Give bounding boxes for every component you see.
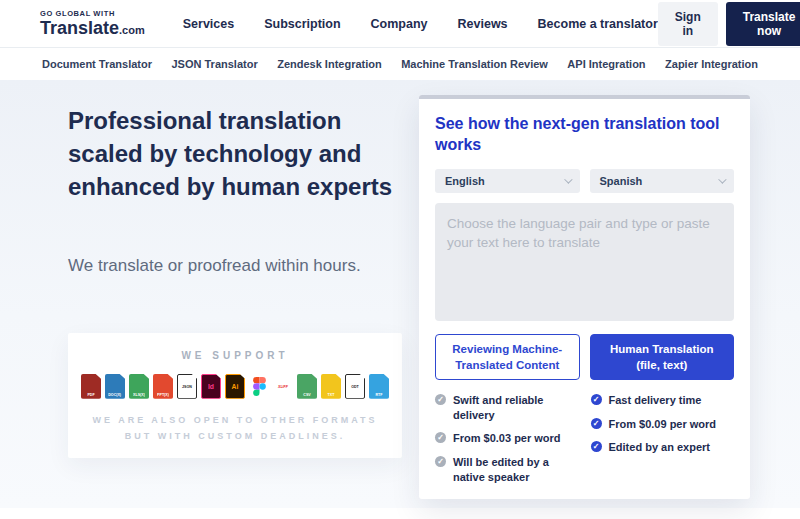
sign-in-button[interactable]: Sign in: [658, 2, 718, 46]
header-actions: Sign in Translate now: [658, 2, 800, 46]
figma-logo: [253, 377, 266, 396]
format-icon-rtf: RTF: [369, 374, 389, 399]
check-icon: ✓: [435, 394, 446, 405]
feature-text: From $0.03 per word: [453, 431, 561, 446]
feature-item: ✓Fast delivery time: [591, 393, 735, 408]
subnav-item-api-integration[interactable]: API Integration: [567, 58, 645, 70]
format-label: TXT: [325, 393, 337, 397]
main-nav: Services Subscription Company Reviews Be…: [183, 17, 658, 31]
target-language-value: Spanish: [600, 175, 643, 187]
tool-title: See how the next-gen translation tool wo…: [435, 114, 734, 156]
supported-formats-title: WE SUPPORT: [80, 350, 390, 361]
format-icon-figma: [249, 374, 269, 399]
format-icon-xlsx: XLS(X): [129, 374, 149, 399]
format-label: CSV: [301, 393, 313, 397]
subnav-item-zendesk-integration[interactable]: Zendesk Integration: [277, 58, 382, 70]
feature-text: Swift and reliable delivery: [453, 393, 579, 423]
format-icon-illustrator: Ai: [225, 374, 245, 399]
human-feature-list: ✓Fast delivery time ✓From $0.09 per word…: [591, 393, 735, 485]
check-icon: ✓: [435, 456, 446, 467]
nav-item-subscription[interactable]: Subscription: [264, 17, 340, 31]
feature-item: ✓Swift and reliable delivery: [435, 393, 579, 423]
check-icon: ✓: [591, 418, 602, 429]
feature-text: From $0.09 per word: [609, 417, 717, 432]
feature-item: ✓Will be edited by a native speaker: [435, 455, 579, 485]
format-label: Ai: [227, 383, 242, 391]
cta-row: Reviewing Machine-Translated Content Hum…: [435, 334, 734, 380]
format-icon-xliff: XLIFF: [273, 374, 293, 399]
source-language-select[interactable]: English: [435, 169, 580, 193]
format-icon-indesign: Id: [201, 374, 221, 399]
format-label: PDF: [85, 393, 97, 397]
subnav-item-zapier-integration[interactable]: Zapier Integration: [665, 58, 758, 70]
format-icon-docx: DOC(X): [105, 374, 125, 399]
check-icon: ✓: [591, 441, 602, 452]
format-label: PPT(X): [157, 393, 169, 397]
page-title: Professional translation scaled by techn…: [68, 105, 404, 204]
format-icon-csv: CSV: [297, 374, 317, 399]
header: GO GLOBAL WITH Translate.com Services Su…: [0, 0, 800, 47]
subnav-item-json-translator[interactable]: JSON Translator: [172, 58, 258, 70]
feature-item: ✓Edited by an expert: [591, 440, 735, 455]
feature-text: Fast delivery time: [609, 393, 702, 408]
format-icon-json: JSON: [177, 374, 197, 399]
format-icons-row: PDF DOC(X) XLS(X) PPT(X) JSON Id Ai: [80, 374, 390, 399]
nav-item-reviews[interactable]: Reviews: [458, 17, 508, 31]
hero-section: Professional translation scaled by techn…: [0, 80, 800, 508]
format-icon-txt: TXT: [321, 374, 341, 399]
source-language-value: English: [445, 175, 485, 187]
source-text-input[interactable]: [435, 203, 734, 321]
supported-formats-panel: WE SUPPORT PDF DOC(X) XLS(X) PPT(X) JSON…: [68, 333, 402, 458]
human-translation-button[interactable]: Human Translation (file, text): [590, 334, 735, 380]
secondary-nav: Document Translator JSON Translator Zend…: [0, 47, 800, 80]
subnav-item-machine-translation-review[interactable]: Machine Translation Review: [401, 58, 548, 70]
logo-name: Translate.com: [40, 19, 145, 37]
machine-review-button[interactable]: Reviewing Machine-Translated Content: [435, 334, 580, 380]
nav-item-services[interactable]: Services: [183, 17, 234, 31]
format-label: XLIFF: [277, 386, 289, 390]
chevron-down-icon: [564, 175, 572, 183]
logo-tagline: GO GLOBAL WITH: [40, 10, 145, 18]
format-label: DOC(X): [109, 393, 122, 397]
language-selector-row: English Spanish: [435, 169, 734, 193]
format-label: JSON: [182, 386, 193, 390]
format-icon-pptx: PPT(X): [153, 374, 173, 399]
format-label: RTF: [373, 393, 385, 397]
logo-brand-text: Translate: [40, 18, 119, 38]
machine-feature-list: ✓Swift and reliable delivery ✓From $0.03…: [435, 393, 579, 485]
logo-tld-text: .com: [119, 24, 145, 36]
translation-tool-card: See how the next-gen translation tool wo…: [419, 95, 750, 499]
feature-item: ✓From $0.09 per word: [591, 417, 735, 432]
format-label: XLS(X): [133, 393, 145, 397]
target-language-select[interactable]: Spanish: [590, 169, 735, 193]
logo[interactable]: GO GLOBAL WITH Translate.com: [40, 10, 145, 38]
feature-item: ✓From $0.03 per word: [435, 431, 579, 446]
check-icon: ✓: [435, 432, 446, 443]
feature-text: Will be edited by a native speaker: [453, 455, 579, 485]
format-label: Id: [203, 383, 218, 391]
format-icon-odt: ODT: [345, 374, 365, 399]
subnav-item-document-translator[interactable]: Document Translator: [42, 58, 152, 70]
check-icon: ✓: [591, 394, 602, 405]
feature-text: Edited by an expert: [609, 440, 710, 455]
format-icon-pdf: PDF: [81, 374, 101, 399]
format-label: ODT: [350, 386, 361, 390]
feature-lists: ✓Swift and reliable delivery ✓From $0.03…: [435, 393, 734, 485]
hero-left-column: Professional translation scaled by techn…: [68, 95, 404, 499]
translate-now-button[interactable]: Translate now: [726, 2, 800, 46]
supported-formats-note: WE ARE ALSO OPEN TO OTHER FORMATS BUT WI…: [80, 412, 390, 444]
hero-subheading: We translate or proofread within hours.: [68, 256, 404, 276]
nav-item-become-a-translator[interactable]: Become a translator: [538, 17, 658, 31]
chevron-down-icon: [718, 175, 726, 183]
nav-item-company[interactable]: Company: [371, 17, 428, 31]
